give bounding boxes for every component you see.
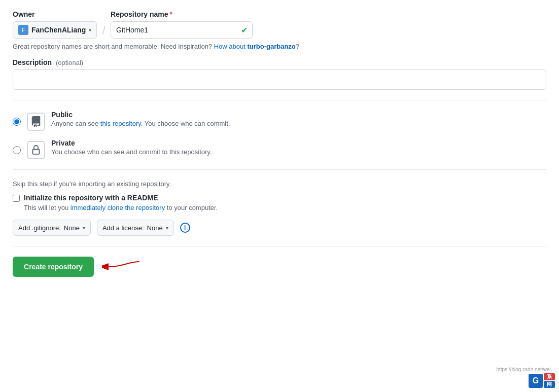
repo-name-input[interactable] [111, 21, 253, 39]
public-radio[interactable] [13, 118, 21, 126]
repo-name-label: Repository name* [111, 10, 253, 18]
public-option[interactable]: Public Anyone can see this repository. Y… [13, 111, 546, 131]
init-readme-label: Initialize this repository with a README [24, 194, 158, 202]
description-input[interactable] [13, 69, 546, 90]
arrow-indicator [102, 257, 143, 277]
license-value: None [147, 224, 163, 232]
public-label: Public [51, 111, 230, 119]
repo-name-input-wrap: ✔ [111, 21, 253, 39]
private-description: You choose who can see and commit to thi… [51, 148, 212, 156]
visibility-options: Public Anyone can see this repository. Y… [13, 111, 546, 159]
license-caret-icon: ▾ [166, 225, 168, 231]
owner-name: FanChenALiang [31, 26, 86, 34]
license-label: Add a license: [102, 224, 144, 232]
init-checkbox-row: Initialize this repository with a README [13, 194, 546, 202]
divider-1 [13, 100, 546, 100]
optional-label: (optional) [56, 59, 83, 66]
gitignore-value: None [64, 224, 80, 232]
private-label: Private [51, 139, 212, 147]
public-text: Public Anyone can see this repository. Y… [51, 111, 230, 127]
slash-divider: / [102, 23, 106, 38]
owner-label: Owner [13, 10, 97, 18]
dropdowns-row: Add .gitignore: None ▾ Add a license: No… [13, 220, 546, 236]
bottom-row: Create repository [13, 257, 546, 277]
license-dropdown[interactable]: Add a license: None ▾ [97, 220, 174, 236]
private-text: Private You choose who can see and commi… [51, 139, 212, 156]
repo-name-valid-icon: ✔ [241, 25, 248, 35]
description-label: Description (optional) [13, 58, 546, 66]
need-inspiration-link[interactable]: How about [214, 43, 246, 50]
private-option[interactable]: Private You choose who can see and commi… [13, 139, 546, 159]
public-description: Anyone can see this repository. You choo… [51, 120, 230, 127]
license-info-icon[interactable]: i [180, 223, 190, 233]
divider-3 [13, 246, 546, 246]
gitignore-label: Add .gitignore: [18, 224, 61, 232]
suggestion-text: turbo-garbanzo [247, 43, 295, 50]
gitignore-dropdown[interactable]: Add .gitignore: None ▾ [13, 220, 91, 236]
owner-dropdown-arrow-icon: ▾ [89, 27, 91, 33]
immediately-clone-link[interactable]: immediately clone the repository [71, 204, 165, 211]
init-readme-checkbox[interactable] [13, 195, 20, 202]
gitignore-caret-icon: ▾ [83, 225, 85, 231]
owner-avatar-icon: F [18, 25, 28, 35]
required-mark: * [170, 10, 172, 18]
divider-2 [13, 169, 546, 170]
init-readme-hint: This will let you immediately clone the … [24, 204, 546, 211]
repo-name-hint: Great repository names are short and mem… [13, 43, 546, 50]
init-section: Skip this step if you're importing an ex… [13, 180, 546, 211]
owner-dropdown[interactable]: F FanChenALiang ▾ [13, 21, 97, 39]
this-repo-link[interactable]: this repository [100, 120, 141, 127]
create-repository-button[interactable]: Create repository [13, 257, 94, 277]
private-repo-icon [27, 141, 45, 159]
private-radio[interactable] [13, 146, 21, 154]
skip-text: Skip this step if you're importing an ex… [13, 180, 546, 188]
public-repo-icon [27, 113, 45, 131]
